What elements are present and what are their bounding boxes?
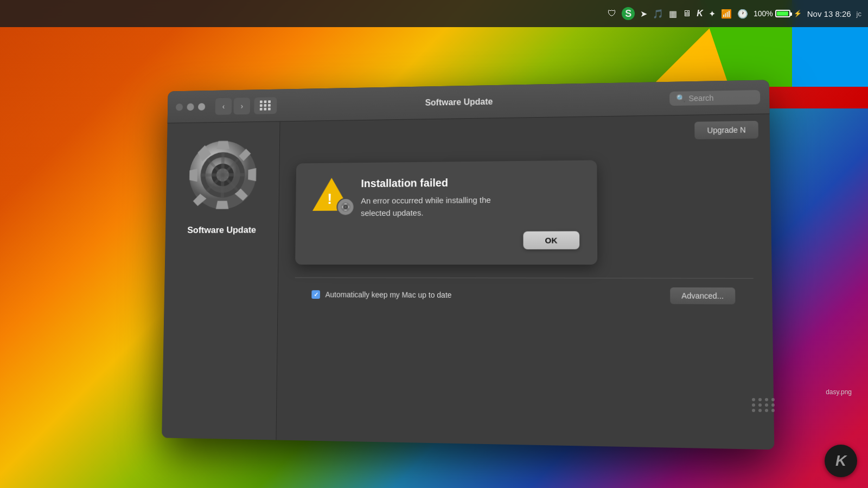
alert-title: Installation failed — [361, 176, 579, 190]
dropbox-icon[interactable]: ✦ — [709, 9, 716, 19]
clock-icon[interactable]: 🕐 — [737, 9, 748, 19]
back-button[interactable]: ‹ — [215, 98, 232, 114]
software-update-icon — [182, 134, 263, 216]
search-icon: 🔍 — [676, 94, 685, 102]
alert-area: Installation failed An error occurred wh… — [276, 145, 774, 450]
forward-button[interactable]: › — [234, 98, 251, 114]
window-body: Software Update Upgrade N — [162, 114, 774, 450]
maximize-button[interactable] — [198, 103, 205, 111]
alert-footer: OK — [312, 231, 579, 249]
back-icon: ‹ — [222, 102, 225, 110]
shield-icon[interactable]: 🛡 — [608, 9, 616, 18]
auto-update-label: Automatically keep my Mac up to date — [326, 290, 452, 299]
datetime-display: Nov 13 8:26 — [807, 9, 851, 18]
dot-grid-decoration — [752, 398, 776, 412]
ok-button[interactable]: OK — [523, 231, 579, 249]
nav-buttons: ‹ › — [215, 98, 250, 115]
grid-icon[interactable]: ▦ — [669, 9, 677, 19]
wifi-icon[interactable]: 📶 — [721, 9, 732, 19]
file-label: dasy.png — [826, 388, 852, 396]
search-input[interactable]: Search — [688, 93, 713, 102]
search-box[interactable]: 🔍 Search — [669, 89, 760, 105]
system-preferences-window: ‹ › Software Update 🔍 Search — [162, 80, 774, 450]
auto-update-checkbox[interactable]: ✓ — [311, 290, 320, 299]
location-icon[interactable]: ➤ — [640, 9, 647, 19]
battery-pct-label: 100% — [754, 9, 773, 18]
advanced-button[interactable]: Advanced... — [670, 287, 735, 304]
battery-icon — [775, 10, 790, 17]
main-content: Upgrade N — [276, 114, 774, 450]
forward-icon: › — [240, 101, 243, 110]
k-icon[interactable]: K — [697, 9, 703, 18]
gear-badge-icon — [336, 198, 354, 216]
menubar: 🛡 S ➤ 🎵 ▦ 🖥 K ✦ 📶 🕐 100% ⚡ Nov 13 8:26 — [0, 0, 868, 27]
bottom-area: ✓ Automatically keep my Mac up to date A… — [295, 278, 754, 316]
all-prefs-button[interactable] — [254, 97, 277, 114]
alert-text: Installation failed An error occurred wh… — [361, 176, 579, 219]
window-title: Software Update — [425, 97, 493, 107]
siri-icon[interactable]: 🎵 — [653, 9, 663, 19]
menubar-icon-group: 🛡 S ➤ 🎵 ▦ 🖥 K ✦ 📶 🕐 100% ⚡ Nov 13 8:26 — [608, 7, 861, 20]
warning-icon — [312, 178, 350, 216]
battery-indicator: 100% ⚡ — [754, 9, 802, 18]
upgrade-now-button[interactable]: Upgrade N — [694, 121, 758, 139]
alert-dialog: Installation failed An error occurred wh… — [295, 160, 597, 265]
alert-header: Installation failed An error occurred wh… — [312, 176, 579, 220]
auto-update-row: ✓ Automatically keep my Mac up to date — [311, 290, 451, 299]
sidebar-app-name: Software Update — [187, 225, 256, 236]
sidebar: Software Update — [162, 121, 279, 440]
monitor-icon[interactable]: 🖥 — [682, 9, 691, 18]
traffic-lights — [176, 103, 205, 111]
k-logo: K — [825, 445, 857, 477]
alert-message: An error occurred while installing the s… — [361, 194, 579, 219]
s-logo-icon[interactable]: S — [622, 7, 635, 20]
gear-icon-container — [181, 132, 264, 217]
minimize-button[interactable] — [187, 103, 194, 111]
close-button[interactable] — [176, 103, 183, 111]
charging-icon: ⚡ — [794, 10, 802, 17]
grid-dots-icon — [260, 100, 271, 111]
user-initial: jc — [857, 10, 861, 18]
